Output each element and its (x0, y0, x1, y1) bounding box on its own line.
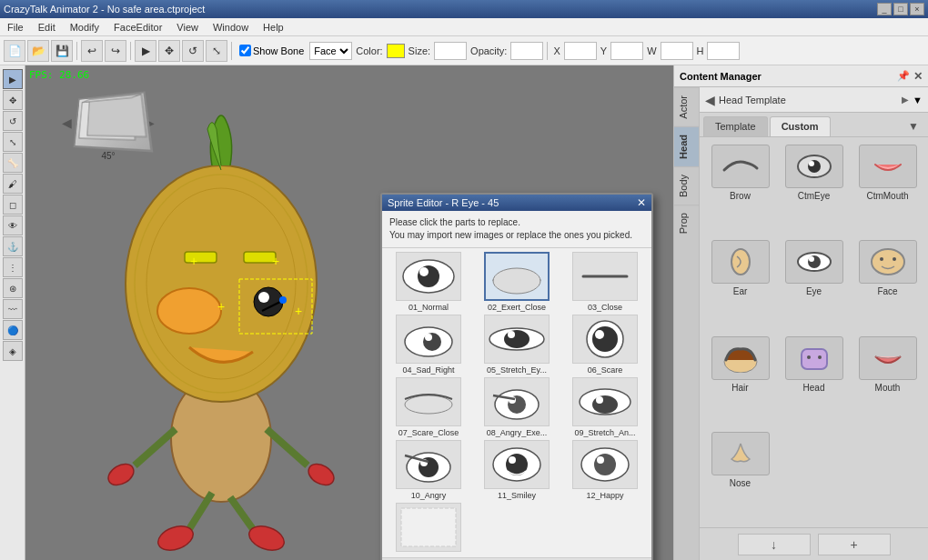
tool-eye[interactable]: 👁 (3, 215, 23, 235)
tool-mesh[interactable]: ⋮ (3, 257, 23, 277)
select-button[interactable]: ▶ (135, 40, 156, 62)
open-button[interactable]: 📂 (27, 40, 49, 62)
opacity-input[interactable]: 100 (510, 42, 543, 60)
brow-icon[interactable] (711, 145, 770, 188)
se-item-01_Normal[interactable]: 01_Normal (386, 252, 471, 312)
eye-icon[interactable] (785, 240, 843, 284)
grid-item-brow[interactable]: Brow (707, 145, 773, 233)
cm-add-button[interactable]: + (818, 534, 891, 555)
ctmeye-icon[interactable] (785, 145, 843, 188)
tab-custom[interactable]: Custom (770, 116, 831, 136)
cm-close-button[interactable]: ✕ (913, 70, 923, 83)
size-input[interactable]: 30 (434, 42, 467, 60)
menu-edit[interactable]: Edit (35, 20, 59, 35)
se-item-box-06_Scare[interactable] (572, 315, 638, 364)
close-button[interactable]: × (910, 3, 924, 15)
y-input[interactable]: 96.9 (610, 42, 643, 60)
se-item-box-12_Happy[interactable] (572, 440, 638, 489)
grid-item-ctmeye[interactable]: CtmEye (781, 145, 847, 233)
w-input[interactable]: 0.0 (661, 42, 693, 60)
se-item-box-03_Close[interactable] (572, 252, 638, 301)
color-picker[interactable] (387, 44, 405, 58)
face-icon[interactable] (859, 240, 917, 284)
vtab-head[interactable]: Head (674, 126, 699, 166)
se-item-box-09_Stretch_An...[interactable] (572, 377, 638, 426)
sprite-editor-close[interactable]: ✕ (637, 196, 646, 209)
canvas-area[interactable]: FPS: 28.66 ◀ 45° ▶ (25, 65, 673, 560)
tool-eraser[interactable]: ◻ (3, 195, 23, 215)
se-item-08_Angry_Exe...[interactable]: 08_Angry_Exe... (474, 377, 560, 437)
vtab-prop[interactable]: Prop (674, 205, 699, 241)
bone-type-select[interactable]: Face (309, 42, 352, 60)
scale-button[interactable]: ⤡ (206, 40, 227, 62)
tool-magnet[interactable]: 🔵 (3, 320, 23, 340)
maximize-button[interactable]: □ (893, 3, 908, 15)
grid-item-ctmmouth[interactable]: CtmMouth (854, 145, 921, 233)
grid-item-hair[interactable]: Hair (707, 336, 773, 425)
menu-faceeditor[interactable]: FaceEditor (110, 20, 166, 35)
se-item-06_Scare[interactable]: 06_Scare (562, 315, 648, 375)
tool-anchor[interactable]: ⚓ (3, 236, 23, 256)
menu-window[interactable]: Window (209, 20, 252, 35)
menu-help[interactable]: Help (259, 20, 287, 35)
tool-bone[interactable]: 🦴 (3, 153, 23, 173)
menu-view[interactable]: View (173, 20, 202, 35)
x-input[interactable]: -2.3 (564, 42, 597, 60)
se-item-box-08_Angry_Exe...[interactable] (484, 377, 550, 426)
mouth-icon[interactable] (859, 336, 917, 380)
se-item-box-10_Angry[interactable] (396, 440, 461, 489)
tool-select[interactable]: ▶ (3, 69, 23, 89)
ear-icon[interactable] (711, 240, 770, 284)
breadcrumb-dropdown[interactable]: ▼ (913, 95, 923, 105)
cm-pin-button[interactable]: 📌 (897, 70, 910, 83)
showbone-check[interactable]: Show Bone (239, 45, 304, 56)
head-icon[interactable] (785, 336, 843, 380)
tool-warp[interactable]: ⊛ (3, 278, 23, 298)
tab-template[interactable]: Template (703, 116, 768, 136)
se-item-box-02_Exert_Close[interactable] (484, 252, 550, 301)
menu-modify[interactable]: Modify (66, 20, 103, 35)
se-item-box-13_blank[interactable] (396, 503, 461, 552)
vtab-body[interactable]: Body (674, 166, 699, 205)
se-item-02_Exert_Close[interactable]: 02_Exert_Close (474, 252, 560, 312)
cm-download-button[interactable]: ↓ (738, 534, 811, 555)
se-item-13_blank[interactable] (386, 503, 471, 554)
se-item-12_Happy[interactable]: 12_Happy (562, 440, 648, 500)
window-controls[interactable]: _ □ × (877, 3, 924, 15)
vtab-actor[interactable]: Actor (674, 87, 699, 126)
tab-dropdown-button[interactable]: ▼ (903, 116, 924, 136)
tool-paint[interactable]: 🖌 (3, 174, 23, 194)
grid-item-mouth[interactable]: Mouth (854, 336, 921, 425)
tool-move[interactable]: ✥ (3, 90, 23, 110)
hair-icon[interactable] (711, 336, 770, 380)
showbone-checkbox[interactable] (239, 45, 251, 56)
se-item-03_Close[interactable]: 03_Close (562, 252, 648, 312)
se-item-11_Smiley[interactable]: 11_Smiley (474, 440, 560, 500)
grid-item-eye[interactable]: Eye (781, 240, 847, 328)
save-button[interactable]: 💾 (51, 40, 73, 62)
tool-rotate[interactable]: ↺ (3, 111, 23, 131)
nose-icon[interactable] (711, 432, 770, 475)
rotate-button[interactable]: ↺ (182, 40, 204, 62)
menu-file[interactable]: File (4, 20, 27, 35)
new-button[interactable]: 📄 (4, 40, 25, 62)
tool-scale[interactable]: ⤡ (3, 132, 23, 152)
se-item-box-04_Sad_Right[interactable] (396, 315, 461, 364)
se-item-09_Stretch_An...[interactable]: 09_Stretch_An... (562, 377, 648, 437)
se-item-box-07_Scare_Close[interactable] (396, 377, 461, 426)
grid-item-ear[interactable]: Ear (707, 240, 773, 328)
minimize-button[interactable]: _ (877, 3, 892, 15)
se-item-box-01_Normal[interactable] (396, 252, 461, 301)
grid-item-head[interactable]: Head (781, 336, 847, 425)
se-item-04_Sad_Right[interactable]: 04_Sad_Right (386, 315, 471, 375)
ctmmouth-icon[interactable] (859, 145, 917, 188)
undo-button[interactable]: ↩ (81, 40, 103, 62)
h-input[interactable]: 0.0 (707, 42, 740, 60)
move-button[interactable]: ✥ (158, 40, 180, 62)
redo-button[interactable]: ↪ (105, 40, 126, 62)
tool-spring[interactable]: 〰 (3, 299, 23, 319)
se-item-box-11_Smiley[interactable] (484, 440, 550, 489)
se-item-box-05_Stretch_Ey...[interactable] (484, 315, 550, 364)
se-item-07_Scare_Close[interactable]: 07_Scare_Close (386, 377, 471, 437)
tool-morph[interactable]: ◈ (3, 341, 23, 361)
